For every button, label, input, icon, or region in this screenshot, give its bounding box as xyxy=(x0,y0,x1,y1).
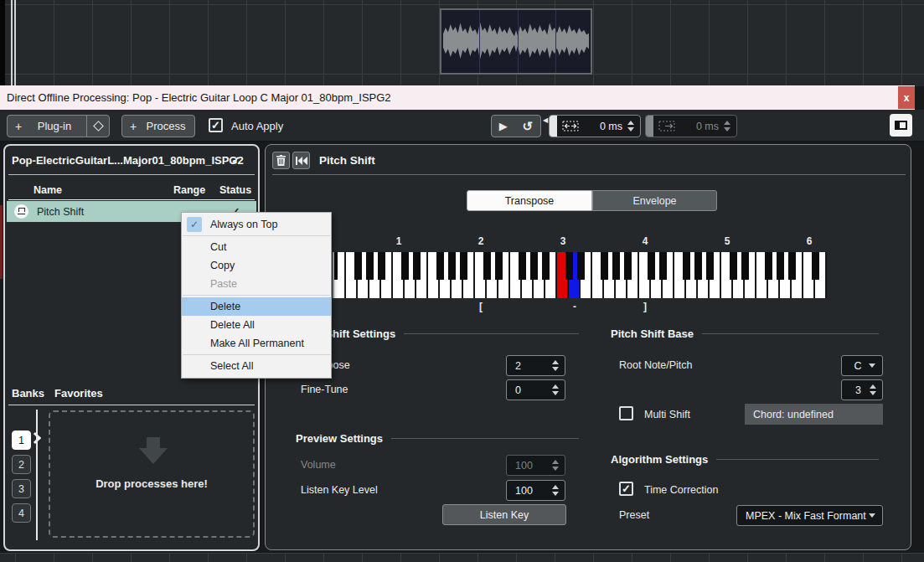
black-key[interactable] xyxy=(460,252,467,280)
auto-apply-checkbox[interactable]: ✓ xyxy=(209,118,223,132)
tab-favorites[interactable]: Favorites xyxy=(54,387,103,400)
fine-tune-spinner[interactable]: 0 xyxy=(506,379,565,400)
transpose-value[interactable]: 2 xyxy=(507,360,552,372)
multi-shift-checkbox[interactable] xyxy=(619,406,633,420)
spin-down-icon[interactable] xyxy=(724,127,730,131)
black-key[interactable] xyxy=(565,252,573,280)
spin-up-icon[interactable] xyxy=(552,360,559,364)
black-key[interactable] xyxy=(413,252,421,280)
menu-item-delete-all[interactable]: Delete All xyxy=(182,316,331,334)
black-key[interactable] xyxy=(448,252,456,280)
spinner-arrows[interactable] xyxy=(627,121,640,131)
column-header-status[interactable]: Status xyxy=(219,184,251,196)
favorites-drop-zone[interactable]: Drop processes here! xyxy=(49,410,255,538)
menu-item-delete[interactable]: Delete xyxy=(182,297,331,316)
black-key[interactable] xyxy=(601,252,608,280)
root-note-value[interactable]: C xyxy=(842,360,869,372)
menu-item-make-all-permanent[interactable]: Make All Permanent xyxy=(182,334,331,353)
pre-roll-value[interactable]: 0 ms xyxy=(579,121,627,132)
spinner-arrows[interactable] xyxy=(552,360,565,371)
root-octave-spinner[interactable]: 3 xyxy=(841,379,883,400)
preset-value[interactable]: MPEX - Mix Fast Formant xyxy=(737,510,869,522)
column-header-name[interactable]: Name xyxy=(34,184,62,196)
menu-item-cut[interactable]: Cut xyxy=(182,238,331,256)
bank-button-3[interactable]: 3 xyxy=(12,479,31,498)
time-correction-checkbox[interactable]: ✓ xyxy=(619,482,633,496)
black-key[interactable] xyxy=(648,252,655,280)
black-key[interactable] xyxy=(812,252,819,280)
black-key[interactable] xyxy=(659,252,667,280)
black-key[interactable] xyxy=(378,252,385,280)
listen-key-button[interactable]: Listen Key xyxy=(442,504,566,525)
collapse-left-icon[interactable]: ◀ xyxy=(543,116,548,124)
bank-button-4[interactable]: 4 xyxy=(12,503,31,523)
spin-down-icon[interactable] xyxy=(870,391,876,395)
black-key[interactable] xyxy=(334,252,338,280)
black-key[interactable] xyxy=(542,252,550,280)
menu-item-always-on-top[interactable]: ✓Always on Top xyxy=(182,215,331,234)
black-key[interactable] xyxy=(495,252,503,280)
black-key[interactable] xyxy=(612,252,620,280)
black-key[interactable] xyxy=(683,252,690,280)
spin-down-icon[interactable] xyxy=(552,391,559,395)
root-octave-value[interactable]: 3 xyxy=(842,384,870,396)
revert-to-default-button[interactable] xyxy=(292,152,310,169)
black-key[interactable] xyxy=(366,252,374,280)
add-process-button[interactable]: + Process xyxy=(121,115,195,137)
black-key[interactable] xyxy=(354,252,362,280)
menu-item-select-all[interactable]: Select All xyxy=(182,357,331,375)
close-button[interactable]: x xyxy=(898,86,915,109)
piano-keyboard[interactable] xyxy=(334,252,827,298)
add-plugin-button[interactable]: + Plug-in xyxy=(7,115,110,137)
fine-tune-value[interactable]: 0 xyxy=(507,384,552,396)
black-key[interactable] xyxy=(483,252,491,280)
audio-event-clip[interactable] xyxy=(440,8,592,75)
loop-icon[interactable]: ↺ xyxy=(523,119,534,134)
spin-up-icon[interactable] xyxy=(724,121,730,125)
spinner-arrows[interactable] xyxy=(552,485,565,496)
black-key[interactable] xyxy=(436,252,444,280)
delete-process-button[interactable] xyxy=(272,152,290,169)
post-roll-value[interactable]: 0 ms xyxy=(675,121,724,132)
spin-up-icon[interactable] xyxy=(552,384,559,389)
spinner-arrows[interactable] xyxy=(870,384,882,395)
spin-up-icon[interactable] xyxy=(627,121,634,125)
spin-up-icon[interactable] xyxy=(552,485,559,489)
root-note-dropdown[interactable]: C xyxy=(841,355,883,376)
tab-envelope[interactable]: Envelope xyxy=(592,190,717,211)
bank-button-1[interactable]: 1 xyxy=(12,431,31,450)
transpose-spinner[interactable]: 2 xyxy=(506,355,565,376)
black-key[interactable] xyxy=(624,252,632,280)
black-key[interactable] xyxy=(401,252,409,280)
black-key[interactable] xyxy=(765,252,772,280)
spin-down-icon[interactable] xyxy=(552,367,559,371)
black-key[interactable] xyxy=(788,252,796,280)
black-key[interactable] xyxy=(694,252,702,280)
listen-key-level-spinner[interactable]: 100 xyxy=(506,480,565,501)
play-icon[interactable]: ▶ xyxy=(499,120,508,132)
spin-up-icon[interactable] xyxy=(870,384,876,389)
black-key[interactable] xyxy=(577,252,585,280)
spin-down-icon[interactable] xyxy=(627,127,634,131)
black-key[interactable] xyxy=(741,252,749,280)
black-key[interactable] xyxy=(777,252,784,280)
black-key[interactable] xyxy=(706,252,714,280)
post-roll-field[interactable]: 0 ms xyxy=(645,115,737,137)
spinner-arrows[interactable] xyxy=(552,384,565,395)
favorites-menu-button[interactable] xyxy=(87,122,109,130)
spinner-arrows[interactable] xyxy=(724,121,736,131)
spin-down-icon[interactable] xyxy=(552,492,559,496)
show-panel-button[interactable] xyxy=(890,114,912,137)
tab-banks[interactable]: Banks xyxy=(12,387,44,400)
column-header-range[interactable]: Range xyxy=(173,184,205,196)
black-key[interactable] xyxy=(730,252,737,280)
dialog-titlebar[interactable]: Direct Offline Processing: Pop - Electri… xyxy=(0,85,915,110)
pre-roll-field[interactable]: 0 ms xyxy=(549,115,641,137)
black-key[interactable] xyxy=(519,252,526,280)
listen-key-level-value[interactable]: 100 xyxy=(507,485,552,497)
black-key[interactable] xyxy=(530,252,538,280)
bank-button-2[interactable]: 2 xyxy=(12,455,31,474)
tab-transpose[interactable]: Transpose xyxy=(467,190,592,211)
menu-item-copy[interactable]: Copy xyxy=(182,256,331,275)
preset-dropdown[interactable]: MPEX - Mix Fast Formant xyxy=(736,505,883,526)
